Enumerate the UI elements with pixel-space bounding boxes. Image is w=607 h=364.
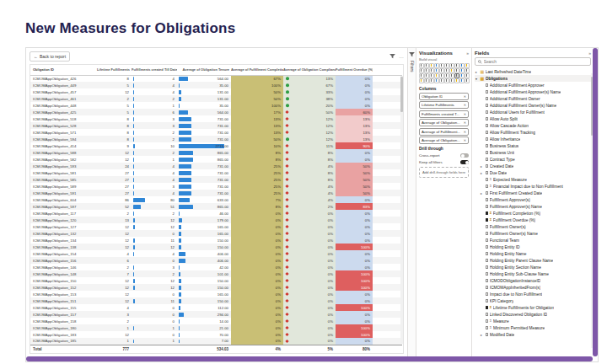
decomposition-tree-icon[interactable] xyxy=(429,78,434,83)
field-item[interactable]: Additional Fulfillment Owner(s) Name xyxy=(475,102,591,109)
kpi-icon[interactable] xyxy=(444,73,449,78)
field-item[interactable]: ▸▦Last Refreshed DateTime xyxy=(475,68,591,75)
field-checkbox[interactable] xyxy=(486,131,489,134)
field-item[interactable]: Linked Discovered Obligation ID xyxy=(475,311,591,318)
remove-field-icon[interactable]: ✕ xyxy=(464,130,466,134)
stacked-area-chart-icon[interactable] xyxy=(459,63,465,68)
table-row[interactable]: ICMOMAppObligation_15540112.000%0%100% xyxy=(30,304,402,311)
field-checkbox[interactable] xyxy=(486,205,489,208)
field-item[interactable]: ▸Due Date xyxy=(475,169,591,176)
keep-all-filters-toggle[interactable] xyxy=(460,160,469,164)
table-row[interactable]: ICMOMAppObligation_457124131.0050%33%0% xyxy=(30,88,402,95)
card-icon[interactable] xyxy=(434,73,439,78)
table-row[interactable]: ICMOMAppObligation_1521212150.000%0%100% xyxy=(30,284,402,291)
stacked-bar-chart-icon[interactable] xyxy=(419,63,424,68)
table-row[interactable]: ICMOMAppObligation_185117.000%0%0% xyxy=(30,338,402,345)
field-checkbox[interactable] xyxy=(486,158,489,161)
paginated-report-icon[interactable] xyxy=(444,78,449,83)
get-more-visuals-icon[interactable] xyxy=(465,78,470,83)
field-checkbox[interactable] xyxy=(486,151,489,154)
table-row[interactable]: ICMOMAppObligation_1201312179.000%0%0% xyxy=(30,217,402,223)
field-checkbox[interactable] xyxy=(486,171,489,174)
gauge-icon[interactable] xyxy=(429,73,434,78)
stacked-column-chart-icon[interactable] xyxy=(424,63,429,68)
field-item[interactable]: Fulfillment Owner(s) Name xyxy=(475,230,591,237)
field-item[interactable]: ΣExpected Measure xyxy=(475,176,591,183)
cross-report-toggle[interactable] xyxy=(460,153,469,158)
table-row[interactable]: ICMOMAppObligation_15444406.000%0%0% xyxy=(30,250,402,257)
field-item[interactable]: Holding Entity Name xyxy=(475,250,591,257)
drill-through-drop-area[interactable]: Add drill-through fields here xyxy=(419,167,469,178)
column-header[interactable]: Average of Obligation Tenure xyxy=(177,65,231,75)
field-item[interactable]: Allow Auto Split xyxy=(475,115,591,122)
field-item[interactable]: ▾▦Obligations xyxy=(475,75,591,82)
horizontal-scrollbar[interactable] xyxy=(26,356,593,361)
table-row[interactable]: ICMOMAppObligation_4485135.00100%20%0% xyxy=(30,102,402,109)
pie-chart-icon[interactable] xyxy=(444,68,449,73)
field-checkbox[interactable] xyxy=(486,292,489,296)
field-checkbox[interactable] xyxy=(486,178,489,181)
field-item[interactable]: Holding Entity ID xyxy=(475,244,591,250)
table-row[interactable]: ICMOMAppObligation_1381212150.000%0%100% xyxy=(30,244,402,250)
scatter-chart-icon[interactable] xyxy=(439,68,444,73)
field-checkbox[interactable] xyxy=(486,97,489,100)
field-checkbox[interactable] xyxy=(486,225,489,228)
field-item[interactable]: ΣFulfillment Overdue (%) xyxy=(475,217,591,223)
smart-narrative-icon[interactable] xyxy=(439,78,444,83)
table-row[interactable]: ICMOMAppObligation_585274731.0025%8%50% xyxy=(30,176,402,183)
remove-field-icon[interactable]: ✕ xyxy=(464,138,466,142)
field-item[interactable]: Additional Fulfillment Approver(s) Name xyxy=(475,88,591,95)
field-pill[interactable]: Fulfillments created T...✕ xyxy=(419,110,469,118)
area-chart-icon[interactable] xyxy=(454,63,459,68)
column-header[interactable]: Obligation ID xyxy=(30,65,93,75)
expand-caret-icon[interactable]: ▸ xyxy=(481,191,484,195)
table-row[interactable]: ICMOMAppObligation_132120165.000%0%0% xyxy=(30,230,402,237)
field-checkbox[interactable] xyxy=(486,198,489,201)
table-row[interactable]: ICMOMAppObligation_1582014.000%0%0% xyxy=(30,318,402,324)
back-to-report-button[interactable]: ← Back to report xyxy=(30,51,70,62)
table-row[interactable]: ICMOMAppObligation_588122865.008%8%0% xyxy=(30,149,402,156)
field-item[interactable]: ICMODObligationInstanceID xyxy=(475,277,591,284)
table-row[interactable]: ICMOMAppObligation_52883731.0013%12%13% xyxy=(30,122,402,129)
field-checkbox[interactable] xyxy=(486,313,489,316)
power-automate-icon[interactable] xyxy=(459,78,465,83)
table-row[interactable]: ICMOMAppObligation_593244731.0025%4%50% xyxy=(30,163,402,169)
field-checkbox[interactable] xyxy=(486,326,489,329)
field-pill[interactable]: Lifetime Fulfillments✕ xyxy=(419,101,469,109)
fields-search[interactable] xyxy=(475,57,591,66)
power-apps-icon[interactable] xyxy=(454,78,459,83)
q-and-a-icon[interactable] xyxy=(434,78,439,83)
table-row[interactable]: ICMOMAppObligation_59482731.0050%12%13% xyxy=(30,136,402,142)
column-header[interactable]: Fulfillment Overdue (%) xyxy=(336,65,373,75)
field-item[interactable]: ▸Modified Date xyxy=(475,331,591,338)
shape-map-icon[interactable] xyxy=(419,73,424,78)
field-item[interactable]: ICMOMAppInheritedFrom(s) xyxy=(475,284,591,291)
field-checkbox[interactable] xyxy=(486,245,489,249)
expand-caret-icon[interactable]: ▸ xyxy=(475,70,479,74)
filled-map-icon[interactable] xyxy=(465,68,470,73)
remove-field-icon[interactable]: ✕ xyxy=(464,112,466,116)
clustered-bar-chart-icon[interactable] xyxy=(429,63,434,68)
clustered-column-chart-icon[interactable] xyxy=(434,63,439,68)
column-header[interactable]: Fulfillments created Till Date xyxy=(132,65,177,75)
filters-collapsed-panel[interactable]: Filters xyxy=(407,48,416,356)
table-row[interactable]: ICMOMAppObligation_18312070.000%0%100% xyxy=(30,331,402,338)
field-item[interactable]: Functional Team xyxy=(475,237,591,244)
table-row[interactable]: ICMOMAppObligation_1801121.000%0%100% xyxy=(30,324,402,331)
table-row[interactable]: ICMOMAppObligation_1501212150.000%0%100% xyxy=(30,277,402,284)
field-checkbox[interactable] xyxy=(486,218,489,222)
table-row[interactable]: ICMOMAppObligation_1462342.000%0%0% xyxy=(30,264,402,270)
table-row[interactable]: ICMOMAppObligation_4495435.00100%67%0% xyxy=(30,82,402,88)
field-item[interactable]: Fulfillment Owner(s) xyxy=(475,223,591,230)
map-icon[interactable] xyxy=(459,68,465,73)
field-checkbox[interactable] xyxy=(486,164,489,168)
column-header[interactable]: Average of Obligation Compliance (%) xyxy=(283,65,336,75)
remove-field-icon[interactable]: ✕ xyxy=(464,94,466,99)
fields-search-input[interactable] xyxy=(484,60,588,64)
table-row[interactable]: ICMOMAppObligation_582121865.008%8%0% xyxy=(30,156,402,163)
field-item[interactable]: Holding Entity Sub-Clause Name xyxy=(475,270,591,277)
remove-field-icon[interactable]: ✕ xyxy=(464,103,466,107)
table-row[interactable]: ICMOMAppObligation_15660406.000%0%0% xyxy=(30,257,402,264)
field-checkbox[interactable] xyxy=(486,286,489,289)
field-item[interactable]: Fulfillment Approver(s) xyxy=(475,196,591,203)
